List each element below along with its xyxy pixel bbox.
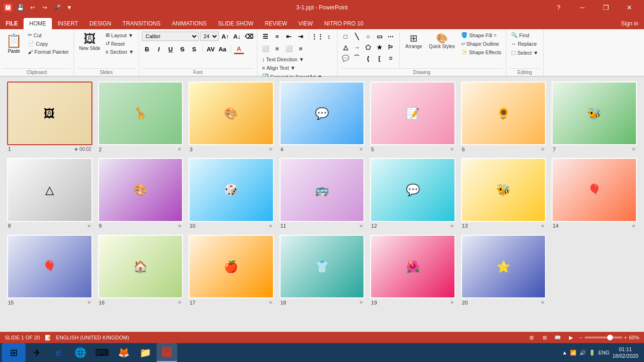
slide-item-2[interactable]: 🦒2★: [98, 82, 183, 152]
zoom-out-btn[interactable]: −: [579, 335, 582, 340]
slide-item-17[interactable]: 🍎17★: [189, 235, 274, 305]
slide-thumb-4[interactable]: 💬: [280, 82, 365, 145]
font-name-select[interactable]: Calibri: [142, 32, 198, 41]
slide-thumb-10[interactable]: 🎲: [189, 158, 274, 222]
folder-icon[interactable]: 📁: [135, 343, 156, 362]
shape-fill-btn[interactable]: 🪣 Shape Fill =: [459, 31, 503, 39]
slide-thumb-3[interactable]: 🎨: [189, 82, 274, 145]
slide-item-1[interactable]: 🖼1★ 00:02: [7, 82, 92, 152]
shape-effects-btn[interactable]: ✨ Shape Effects: [459, 48, 503, 56]
slide-item-10[interactable]: 🎲10★: [189, 158, 274, 229]
qat-arrow-btn[interactable]: ▼: [64, 2, 74, 13]
eq-shape-btn[interactable]: =: [386, 53, 396, 63]
slide-item-4[interactable]: 💬4★: [280, 82, 365, 152]
star-shape-btn[interactable]: ★: [374, 42, 385, 52]
slide-item-19[interactable]: 🌺19★: [370, 235, 455, 305]
slide-thumb-17[interactable]: 🍎: [189, 235, 274, 298]
slide-item-16[interactable]: 🏠16★: [98, 235, 183, 305]
align-right-btn[interactable]: ⬜: [284, 43, 294, 54]
tab-insert[interactable]: INSERT: [52, 18, 84, 29]
align-left-btn[interactable]: ⬜: [260, 43, 271, 54]
slide-thumb-7[interactable]: 🐝: [552, 82, 637, 145]
reset-button[interactable]: ↺ Reset: [104, 40, 136, 48]
slide-thumb-9[interactable]: 🎨: [98, 158, 183, 222]
normal-view-btn[interactable]: ⊞: [527, 333, 536, 342]
zoom-slider[interactable]: [585, 337, 622, 338]
slide-thumb-16[interactable]: 🏠: [98, 235, 183, 298]
slide-item-5[interactable]: 📝5★: [370, 82, 455, 152]
grid-view-btn[interactable]: ⊞: [540, 333, 549, 342]
close-btn[interactable]: ✕: [619, 0, 640, 15]
slide-thumb-11[interactable]: 🚌: [280, 158, 365, 222]
tab-home[interactable]: HOME: [24, 18, 52, 29]
italic-btn[interactable]: I: [154, 44, 164, 54]
redo-qat-btn[interactable]: ↪: [40, 2, 50, 13]
tab-slideshow[interactable]: SLIDE SHOW: [212, 18, 259, 29]
slide-thumb-1[interactable]: 🖼: [7, 82, 92, 145]
columns-btn[interactable]: ⋮⋮: [312, 31, 322, 41]
pentagon-shape-btn[interactable]: ⬠: [363, 42, 373, 52]
help-btn[interactable]: ?: [548, 0, 570, 15]
sign-in-btn[interactable]: Sign in: [615, 18, 644, 29]
rect-shape-btn[interactable]: □: [340, 31, 351, 41]
ie-icon[interactable]: e: [48, 343, 69, 362]
slide-item-8[interactable]: △8★: [7, 158, 92, 229]
tab-nitro[interactable]: NITRO PRO 10: [319, 18, 369, 29]
slide-item-15[interactable]: 🎈15★: [7, 235, 92, 305]
rounded-rect-btn[interactable]: ▭: [374, 31, 385, 41]
slide-item-12[interactable]: 💬12★: [370, 158, 455, 229]
indent-right-btn[interactable]: ⇥: [296, 31, 306, 41]
browser-icon[interactable]: 🌐: [70, 343, 91, 362]
tab-transitions[interactable]: TRANSITIONS: [117, 18, 166, 29]
layout-button[interactable]: ⊞ Layout ▼: [104, 31, 136, 39]
copy-button[interactable]: 📄 Copy: [26, 40, 71, 48]
slide-thumb-6[interactable]: 🌻: [461, 82, 546, 145]
tab-design[interactable]: DESIGN: [84, 18, 117, 29]
decrease-font-btn[interactable]: A↓: [232, 31, 242, 41]
curve-shape-btn[interactable]: ⌒: [352, 53, 362, 63]
font-size-select[interactable]: 24: [200, 32, 219, 41]
char-space-btn[interactable]: AV: [206, 44, 216, 54]
slide-item-14[interactable]: 🎈14★: [552, 158, 637, 229]
tab-review[interactable]: REVIEW: [259, 18, 293, 29]
slide-item-3[interactable]: 🎨3★: [189, 82, 274, 152]
undo-qat-btn[interactable]: ↩: [27, 2, 38, 13]
zoom-in-btn[interactable]: +: [624, 335, 627, 340]
tab-animations[interactable]: ANIMATIONS: [166, 18, 212, 29]
slide-item-6[interactable]: 🌻6★: [461, 82, 546, 152]
bold-btn[interactable]: B: [142, 44, 152, 54]
reading-view-btn[interactable]: 📖: [553, 333, 562, 342]
clear-format-btn[interactable]: ⌫: [244, 31, 254, 41]
slide-item-7[interactable]: 🐝7★: [552, 82, 637, 152]
section-button[interactable]: ≡ Section ▼: [104, 48, 136, 56]
bracket-shape-btn[interactable]: [: [374, 53, 385, 63]
slide-thumb-20[interactable]: ⭐: [461, 235, 546, 298]
firefox-icon[interactable]: 🦊: [113, 343, 134, 362]
slideshow-view-btn[interactable]: ▶: [566, 333, 576, 342]
align-text-btn[interactable]: ≡ Align Text ▼: [260, 64, 297, 72]
find-button[interactable]: 🔍 Find: [509, 31, 531, 39]
triangle-shape-btn[interactable]: △: [340, 42, 351, 52]
slide-item-20[interactable]: ⭐20★: [461, 235, 546, 305]
case-btn[interactable]: Aa: [217, 44, 228, 54]
increase-font-btn[interactable]: A↑: [220, 31, 231, 41]
underline-btn[interactable]: U: [165, 44, 176, 54]
telegram-icon[interactable]: ✈: [26, 343, 47, 362]
start-button[interactable]: ⊞: [2, 343, 25, 362]
slide-thumb-2[interactable]: 🦒: [98, 82, 183, 145]
banner-shape-btn[interactable]: 🏳: [386, 42, 396, 52]
arrange-button[interactable]: ⊞ Arrange: [403, 31, 425, 50]
customize-qat-btn[interactable]: 🎤: [52, 2, 62, 13]
minimize-btn[interactable]: ─: [571, 0, 593, 15]
cut-button[interactable]: ✂ Cut: [26, 31, 71, 39]
slide-thumb-19[interactable]: 🌺: [370, 235, 455, 298]
restore-btn[interactable]: ❐: [595, 0, 617, 15]
slide-thumb-18[interactable]: 👕: [280, 235, 365, 298]
indent-left-btn[interactable]: ⇤: [284, 31, 294, 41]
bullets-btn[interactable]: ☰: [260, 31, 271, 41]
slide-thumb-8[interactable]: △: [7, 158, 92, 222]
font-color-btn[interactable]: A: [234, 44, 244, 54]
text-direction-btn[interactable]: ↕ Text Direction ▼: [260, 56, 306, 63]
arrow-shape-btn[interactable]: →: [352, 42, 362, 52]
justify-btn[interactable]: ≡: [296, 43, 306, 54]
